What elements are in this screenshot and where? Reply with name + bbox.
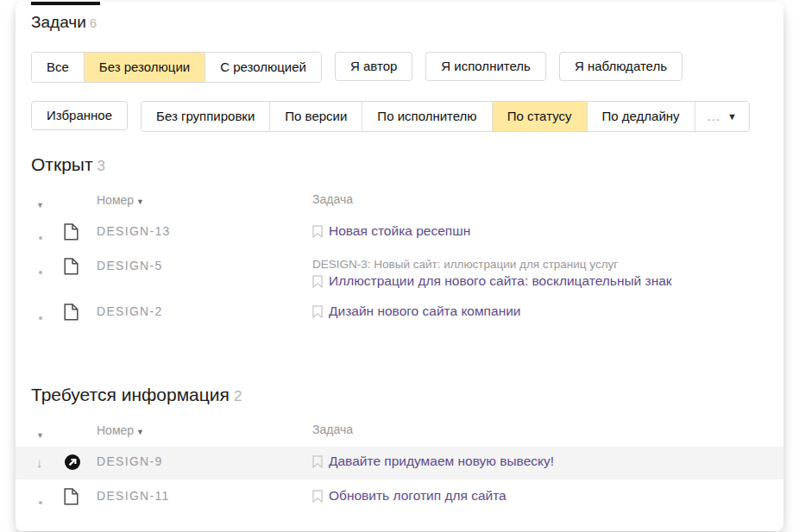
group-by-assignee-button[interactable]: По исполнителю <box>362 102 491 131</box>
priority-dot-icon <box>39 271 42 274</box>
filter-i-am-watcher-button[interactable]: Я наблюдатель <box>559 52 683 81</box>
page-title: Задачи6 <box>31 13 768 32</box>
section-count: 2 <box>234 388 242 404</box>
filter-i-am-assignee-button[interactable]: Я исполнитель <box>425 52 546 81</box>
sort-order-icon[interactable]: ▼ <box>36 201 44 210</box>
bookmark-icon[interactable] <box>312 490 323 503</box>
column-header-number[interactable]: Номер▼ <box>97 191 312 207</box>
group-none-button[interactable]: Без группировки <box>142 102 269 131</box>
priority-dot-icon <box>39 316 42 320</box>
resolution-filter-group: Все Без резолюции С резолюцией <box>31 52 322 83</box>
chevron-down-icon: ▼ <box>727 103 737 130</box>
section-open-title: Открыт3 <box>31 154 768 175</box>
task-link[interactable]: Дизайн нового сайта компании <box>329 304 521 319</box>
task-key[interactable]: DESIGN-2 <box>97 303 312 318</box>
column-header-task[interactable]: Задача <box>312 191 768 206</box>
sort-desc-icon: ▼ <box>136 197 144 206</box>
group-by-deadline-button[interactable]: По дедлайну <box>587 102 695 131</box>
table-header: ▼ Номер▼ Задача <box>31 187 768 215</box>
arrow-down-icon: ↓ <box>36 455 43 470</box>
ellipsis-icon: ... <box>708 103 721 130</box>
status-circle-arrow-icon <box>64 453 97 471</box>
section-open: Открыт3 ▼ Номер▼ Задача DESIGN-13 Новая … <box>31 154 768 329</box>
column-header-number[interactable]: Номер▼ <box>97 422 312 437</box>
filter-with-resolution-button[interactable]: С резолюцией <box>204 53 321 82</box>
table-header: ▼ Номер▼ Задача <box>31 417 768 445</box>
task-type-icon <box>64 257 97 275</box>
bookmark-icon[interactable] <box>312 305 323 318</box>
task-link[interactable]: Обновить логотип для сайта <box>329 488 506 504</box>
issues-panel: Задачи6 Все Без резолюции С резолюцией Я… <box>16 2 783 531</box>
section-info-required: Требуется информация2 ▼ Номер▼ Задача ↓ … <box>31 385 768 514</box>
task-key[interactable]: DESIGN-5 <box>97 257 312 272</box>
filter-i-am-author-button[interactable]: Я автор <box>335 52 412 81</box>
task-row-design-9[interactable]: ↓ DESIGN-9 Давайте придумаем новую вывес… <box>16 447 783 479</box>
task-row-design-5[interactable]: DESIGN-5 DESIGN-3: Новый сайт: иллюстрац… <box>31 251 768 295</box>
section-info-rows: ↓ DESIGN-9 Давайте придумаем новую вывес… <box>31 447 768 514</box>
task-type-icon <box>64 487 97 505</box>
bookmark-icon[interactable] <box>312 275 323 288</box>
bookmark-icon[interactable] <box>312 455 323 468</box>
task-link[interactable]: Иллюстрации для нового сайта: восклицате… <box>329 273 672 289</box>
section-title-text: Открыт <box>31 154 93 174</box>
task-link[interactable]: Новая стойка ресепшн <box>329 223 470 239</box>
task-row-design-11[interactable]: DESIGN-11 Обновить логотип для сайта <box>31 481 768 514</box>
priority-dot-icon <box>39 501 42 504</box>
bookmark-icon[interactable] <box>312 225 323 238</box>
priority-dot-icon <box>39 236 42 240</box>
sort-order-icon[interactable]: ▼ <box>36 431 44 440</box>
parent-task-label: DESIGN-3: Новый сайт: иллюстрации для ст… <box>312 258 768 271</box>
task-type-icon <box>64 222 97 241</box>
filter-all-button[interactable]: Все <box>32 53 84 82</box>
column-header-task[interactable]: Задача <box>312 422 768 436</box>
task-row-design-13[interactable]: DESIGN-13 Новая стойка ресепшн <box>31 216 768 249</box>
task-key[interactable]: DESIGN-13 <box>97 222 312 238</box>
task-type-icon <box>64 303 97 321</box>
grouping-filter-row: Избранное Без группировки По версии По и… <box>31 101 768 132</box>
filter-no-resolution-button[interactable]: Без резолюции <box>84 53 204 82</box>
task-key[interactable]: DESIGN-9 <box>97 453 312 468</box>
favorites-button[interactable]: Избранное <box>31 101 128 130</box>
group-by-status-button[interactable]: По статусу <box>492 102 587 131</box>
page-title-text: Задачи <box>31 13 86 31</box>
grouping-filter-group: Без группировки По версии По исполнителю… <box>141 101 750 132</box>
sort-desc-icon: ▼ <box>136 428 144 436</box>
section-title-text: Требуется информация <box>31 385 230 404</box>
task-key[interactable]: DESIGN-11 <box>97 487 312 503</box>
active-tab-indicator <box>31 2 100 5</box>
group-by-version-button[interactable]: По версии <box>269 102 362 131</box>
task-link[interactable]: Давайте придумаем новую вывеску! <box>329 454 554 469</box>
page-title-count: 6 <box>90 16 97 30</box>
resolution-filter-row: Все Без резолюции С резолюцией Я автор Я… <box>31 52 768 83</box>
section-open-rows: DESIGN-13 Новая стойка ресепшн DESIGN-5 … <box>31 216 768 329</box>
section-info-title: Требуется информация2 <box>31 385 768 405</box>
more-groupings-button[interactable]: ... ▼ <box>695 102 749 131</box>
section-count: 3 <box>98 158 105 174</box>
task-row-design-2[interactable]: DESIGN-2 Дизайн нового сайта компании <box>31 297 768 329</box>
